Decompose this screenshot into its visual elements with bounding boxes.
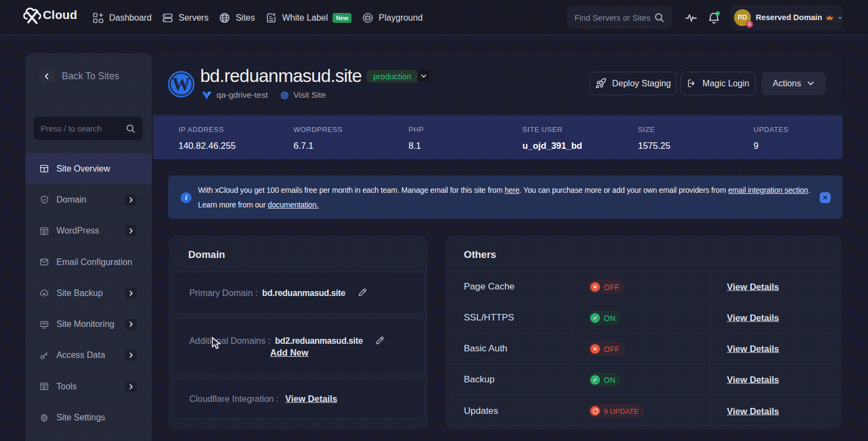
svg-text:W: W [173, 74, 190, 94]
